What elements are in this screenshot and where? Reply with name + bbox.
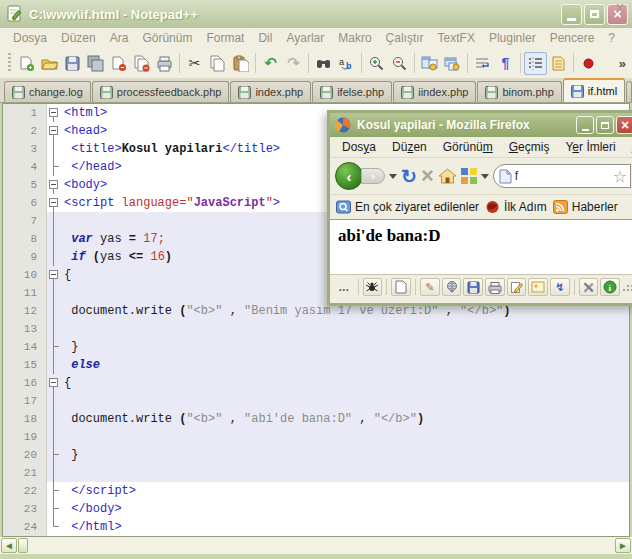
info-button[interactable]: i bbox=[600, 278, 620, 296]
code-line-20[interactable]: 20 } bbox=[3, 446, 629, 464]
find-button[interactable] bbox=[312, 52, 335, 75]
tab-if-html[interactable]: if.html bbox=[563, 78, 625, 102]
new-page-button[interactable] bbox=[391, 278, 411, 296]
tab-ifelse-php[interactable]: ifelse.php bbox=[312, 81, 392, 102]
speed-dial-dropdown-icon[interactable] bbox=[481, 174, 489, 179]
fold-minus-icon[interactable] bbox=[49, 378, 58, 387]
zoom-out-button[interactable] bbox=[388, 52, 411, 75]
horizontal-scrollbar[interactable]: ◄ ► bbox=[0, 537, 632, 554]
npp-menu-grnm[interactable]: Görünüm bbox=[135, 29, 199, 47]
fold-collapse-box[interactable] bbox=[47, 374, 61, 392]
zoom-in-button[interactable] bbox=[365, 52, 388, 75]
reload-button[interactable]: ↻ bbox=[401, 167, 417, 186]
show-all-characters-button[interactable]: ¶ bbox=[494, 52, 517, 75]
npp-menu-ara[interactable]: Ara bbox=[103, 29, 136, 47]
code-line-23[interactable]: 23 </body> bbox=[3, 500, 629, 518]
fold-minus-icon[interactable] bbox=[49, 108, 58, 117]
npp-titlebar[interactable]: C:\www\if.html - Notepad++ × bbox=[0, 0, 632, 28]
scroll-right-button[interactable]: ► bbox=[615, 538, 631, 553]
bookmark-star-icon[interactable]: ☆ bbox=[613, 167, 627, 186]
tab-processfeedback-php[interactable]: processfeedback.php bbox=[92, 81, 230, 102]
npp-menu-ayarlar[interactable]: Ayarlar bbox=[279, 29, 331, 47]
code-line-22[interactable]: 22 </script> bbox=[3, 482, 629, 500]
print-button[interactable] bbox=[153, 52, 176, 75]
resize-grip[interactable] bbox=[622, 282, 632, 292]
record-macro-button[interactable] bbox=[577, 52, 600, 75]
cut-button[interactable]: ✂ bbox=[183, 52, 206, 75]
fold-collapse-box[interactable] bbox=[47, 104, 61, 122]
firefox-menu-dosya[interactable]: Dosya bbox=[334, 138, 384, 156]
close-all-documents-button[interactable] bbox=[130, 52, 153, 75]
tab-change-log[interactable]: change.log bbox=[4, 81, 91, 102]
code-line-16[interactable]: 16{ bbox=[3, 374, 629, 392]
npp-menu-?[interactable]: ? bbox=[601, 29, 622, 47]
code-line-15[interactable]: 15 else bbox=[3, 356, 629, 374]
code-line-21[interactable]: 21 bbox=[3, 464, 629, 482]
tab-partial[interactable] bbox=[626, 81, 632, 102]
bookmark-en-ok-ziyaret-edilenler[interactable]: En çok ziyaret edilenler bbox=[336, 200, 479, 214]
history-dropdown-icon[interactable] bbox=[389, 174, 397, 179]
code-line-14[interactable]: 14 } bbox=[3, 338, 629, 356]
globe-button[interactable] bbox=[442, 278, 462, 296]
sync-horizontal-button[interactable] bbox=[441, 52, 464, 75]
paste-button[interactable] bbox=[229, 52, 252, 75]
firefox-menu-yerimleri[interactable]: Yer İmleri bbox=[557, 138, 623, 156]
toolbar-overflow-chevron[interactable]: » bbox=[619, 56, 626, 71]
fold-collapse-box[interactable] bbox=[47, 122, 61, 140]
code-line-24[interactable]: 24 </html> bbox=[3, 518, 629, 536]
firefox-menu-gemi[interactable]: Geçmiş bbox=[501, 138, 558, 156]
tab-binom-php[interactable]: binom.php bbox=[477, 81, 561, 102]
npp-menu-textfx[interactable]: TextFX bbox=[431, 29, 482, 47]
firefox-menu-dzen[interactable]: Düzen bbox=[384, 138, 435, 156]
sync-vertical-button[interactable] bbox=[418, 52, 441, 75]
bookmark-haberler[interactable]: Haberler bbox=[553, 200, 618, 214]
fold-minus-icon[interactable] bbox=[49, 198, 58, 207]
home-button[interactable] bbox=[438, 168, 457, 185]
image-button[interactable] bbox=[528, 278, 548, 296]
npp-minimize-button[interactable] bbox=[561, 4, 582, 25]
npp-menu-dosya[interactable]: Dosya bbox=[6, 29, 54, 47]
forward-button[interactable]: › bbox=[361, 168, 385, 184]
npp-menu-altr[interactable]: Çalıştır bbox=[379, 29, 431, 47]
firefox-close-button[interactable]: × bbox=[616, 116, 632, 134]
scrollbar-thumb[interactable] bbox=[18, 538, 28, 553]
web-tools-button[interactable] bbox=[579, 278, 599, 296]
document-map-button[interactable] bbox=[547, 52, 570, 75]
npp-menu-pencere[interactable]: Pencere bbox=[543, 29, 602, 47]
lightning-button[interactable]: ↯ bbox=[550, 278, 570, 296]
save-page-button[interactable] bbox=[463, 278, 483, 296]
code-line-17[interactable]: 17 bbox=[3, 392, 629, 410]
stop-button[interactable]: × bbox=[421, 165, 434, 187]
scroll-left-button[interactable]: ◄ bbox=[1, 538, 17, 553]
new-file-button[interactable] bbox=[15, 52, 38, 75]
firefox-maximize-button[interactable] bbox=[596, 116, 614, 134]
url-text[interactable]: f bbox=[515, 169, 610, 183]
save-all-button[interactable] bbox=[84, 52, 107, 75]
speed-dial-button[interactable] bbox=[461, 168, 477, 184]
npp-document-close-x[interactable]: X bbox=[616, 2, 624, 16]
fold-minus-icon[interactable] bbox=[49, 270, 58, 279]
copy-button[interactable] bbox=[206, 52, 229, 75]
npp-menu-pluginler[interactable]: Pluginler bbox=[482, 29, 543, 47]
firefox-titlebar[interactable]: Kosul yapilari - Mozilla Firefox × bbox=[330, 113, 632, 137]
npp-menu-makro[interactable]: Makro bbox=[331, 29, 378, 47]
firefox-menu-grnm[interactable]: Görünüm bbox=[435, 138, 501, 156]
fold-minus-icon[interactable] bbox=[49, 180, 58, 189]
tab-index-php[interactable]: index.php bbox=[230, 81, 311, 102]
indent-guide-button[interactable] bbox=[524, 52, 547, 75]
firefox-minimize-button[interactable] bbox=[576, 116, 594, 134]
code-line-13[interactable]: 13 bbox=[3, 320, 629, 338]
save-button[interactable] bbox=[61, 52, 84, 75]
firefox-menu-aralar[interactable]: Araçlar bbox=[624, 138, 632, 156]
bug-button[interactable] bbox=[363, 278, 383, 296]
fold-collapse-box[interactable] bbox=[47, 194, 61, 212]
fold-collapse-box[interactable] bbox=[47, 176, 61, 194]
open-file-button[interactable] bbox=[38, 52, 61, 75]
close-document-button[interactable] bbox=[107, 52, 130, 75]
ellipsis-button[interactable]: … bbox=[334, 278, 354, 296]
npp-menu-format[interactable]: Format bbox=[199, 29, 251, 47]
firefox-window[interactable]: Kosul yapilari - Mozilla Firefox × Dosya… bbox=[327, 110, 632, 306]
bookmark-i-lk-ad-m[interactable]: İlk Adım bbox=[485, 200, 547, 214]
word-wrap-button[interactable] bbox=[471, 52, 494, 75]
fold-collapse-box[interactable] bbox=[47, 266, 61, 284]
